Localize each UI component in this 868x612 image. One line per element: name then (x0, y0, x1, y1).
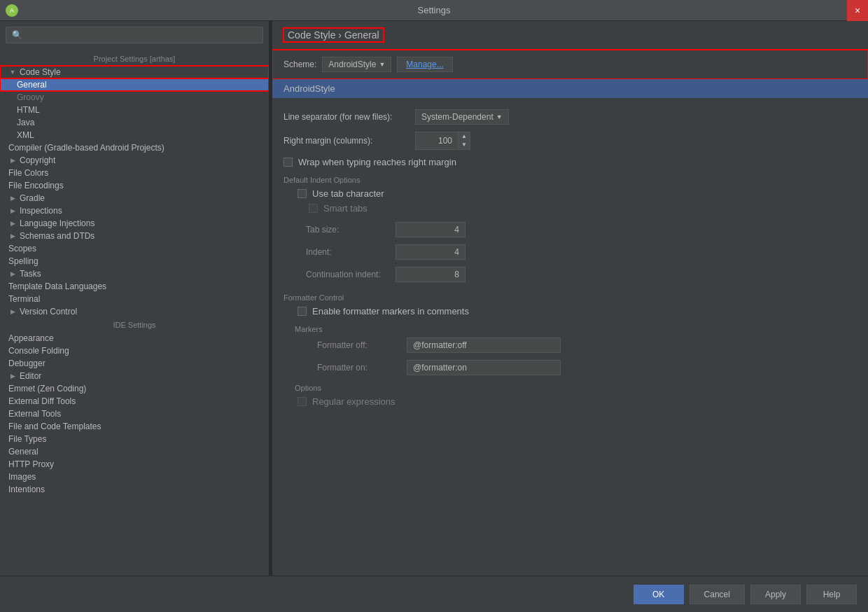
sidebar-item-debugger[interactable]: Debugger (0, 357, 269, 370)
help-button[interactable]: Help (806, 585, 857, 604)
sidebar-item-label: Copyright (20, 155, 55, 165)
sidebar-item-java[interactable]: Java (0, 116, 269, 129)
panel-title-text: Code Style › General (288, 29, 379, 41)
expand-arrow: ▼ (8, 68, 17, 76)
enable-formatter-checkbox[interactable] (298, 307, 307, 316)
sidebar-item-label: Gradle (20, 193, 45, 203)
expand-arrow-gradle: ▶ (8, 194, 17, 202)
sidebar-item-label: Compiler (Gradle-based Android Projects) (8, 143, 164, 153)
scheme-value: AndroidStyle (328, 60, 376, 69)
sidebar-item-label: Inspections (20, 206, 62, 216)
expand-arrow-editor: ▶ (8, 372, 17, 380)
project-settings-header: Project Settings [arthas] (0, 52, 269, 66)
app-logo: A (6, 4, 18, 17)
sidebar-item-emmet[interactable]: Emmet (Zen Coding) (0, 382, 269, 395)
sidebar-item-groovy[interactable]: Groovy (0, 91, 269, 104)
regular-expressions-row: Regular expressions (298, 396, 857, 407)
use-tab-checkbox[interactable] (298, 189, 307, 198)
ide-settings-header: IDE Settings (0, 318, 269, 332)
tab-size-input[interactable] (396, 222, 465, 237)
close-button[interactable]: × (847, 0, 868, 21)
sidebar-item-copyright[interactable]: ▶ Copyright (0, 154, 269, 167)
wrap-label: Wrap when typing reaches right margin (298, 157, 456, 167)
sidebar-item-general[interactable]: General (0, 78, 269, 91)
sidebar-item-file-colors[interactable]: File Colors (0, 167, 269, 179)
sidebar-item-label: XML (17, 130, 34, 140)
sidebar-item-label: Version Control (20, 307, 77, 317)
sidebar-item-label: Debugger (8, 359, 46, 368)
line-separator-dropdown[interactable]: System-Dependent ▼ (415, 109, 509, 125)
sidebar-item-intentions[interactable]: Intentions (0, 483, 269, 496)
sidebar-item-spelling[interactable]: Spelling (0, 255, 269, 267)
sidebar-item-external-tools[interactable]: External Tools (0, 408, 269, 420)
sidebar-item-terminal[interactable]: Terminal (0, 293, 269, 305)
sidebar-item-code-style[interactable]: ▼ Code Style (0, 66, 269, 78)
continuation-indent-row: Continuation indent: (295, 267, 857, 282)
sidebar-item-label: Terminal (8, 294, 40, 304)
sidebar-item-schemas-dtds[interactable]: ▶ Schemas and DTDs (0, 230, 269, 242)
tab-size-label: Tab size: (306, 225, 390, 235)
wrap-checkbox[interactable] (284, 158, 293, 167)
left-panel: Project Settings [arthas] ▼ Code Style G… (0, 21, 270, 576)
sidebar-item-appearance[interactable]: Appearance (0, 332, 269, 345)
continuation-indent-input[interactable] (396, 267, 465, 282)
regular-expressions-checkbox[interactable] (298, 397, 307, 406)
sidebar-item-label: HTTP Proxy (8, 459, 54, 469)
smart-tabs-checkbox[interactable] (309, 204, 318, 213)
title-bar: A Settings × (0, 0, 868, 21)
enable-formatter-row: Enable formatter markers in comments (298, 306, 857, 317)
sidebar-item-general-ide[interactable]: General (0, 445, 269, 458)
sidebar-item-label: Emmet (Zen Coding) (8, 384, 86, 394)
spinner-down[interactable]: ▼ (458, 141, 470, 149)
indent-input[interactable] (396, 244, 465, 260)
right-margin-spinner[interactable]: ▲ ▼ (415, 132, 470, 150)
sidebar-item-console-folding[interactable]: Console Folding (0, 345, 269, 357)
cancel-button[interactable]: Cancel (690, 585, 745, 604)
android-style-bar: AndroidStyle (272, 79, 868, 98)
right-margin-input[interactable] (416, 134, 458, 148)
sidebar-item-version-control[interactable]: ▶ Version Control (0, 305, 269, 318)
sidebar-item-template-data-languages[interactable]: Template Data Languages (0, 280, 269, 293)
sidebar-item-file-encodings[interactable]: File Encodings (0, 179, 269, 192)
ok-button[interactable]: OK (634, 585, 684, 604)
sidebar-item-label: Console Folding (8, 346, 69, 356)
sidebar-item-language-injections[interactable]: ▶ Language Injections (0, 217, 269, 230)
sidebar-item-editor[interactable]: ▶ Editor (0, 370, 269, 382)
expand-arrow-tasks: ▶ (8, 270, 17, 278)
default-indent-title: Default Indent Options (284, 176, 857, 184)
search-input[interactable] (6, 27, 263, 43)
apply-button[interactable]: Apply (750, 585, 801, 604)
scheme-bar: Scheme: AndroidStyle ▼ Manage... (272, 50, 868, 79)
sidebar-item-http-proxy[interactable]: HTTP Proxy (0, 458, 269, 471)
indent-label: Indent: (306, 247, 390, 257)
formatter-off-input[interactable] (407, 338, 561, 353)
line-separator-value: System-Dependent (421, 112, 493, 122)
sidebar-item-compiler[interactable]: Compiler (Gradle-based Android Projects) (0, 141, 269, 154)
scheme-label: Scheme: (284, 60, 316, 69)
sidebar-item-label: Template Data Languages (8, 281, 106, 291)
manage-button[interactable]: Manage... (397, 57, 452, 72)
expand-arrow-copyright: ▶ (8, 156, 17, 165)
sidebar-item-label: Tasks (20, 269, 41, 279)
continuation-indent-label: Continuation indent: (306, 270, 390, 279)
sidebar-item-external-diff-tools[interactable]: External Diff Tools (0, 395, 269, 408)
sidebar-item-file-types[interactable]: File Types (0, 433, 269, 445)
sidebar-item-file-code-templates[interactable]: File and Code Templates (0, 420, 269, 433)
sidebar-item-label: File Encodings (8, 181, 64, 190)
sidebar-item-inspections[interactable]: ▶ Inspections (0, 204, 269, 217)
spinner-up[interactable]: ▲ (458, 132, 470, 141)
sidebar-item-xml[interactable]: XML (0, 129, 269, 141)
sidebar-item-gradle[interactable]: ▶ Gradle (0, 192, 269, 204)
sidebar-item-html[interactable]: HTML (0, 104, 269, 116)
sidebar-item-tasks[interactable]: ▶ Tasks (0, 267, 269, 280)
sidebar-item-label: HTML (17, 105, 40, 115)
scheme-dropdown[interactable]: AndroidStyle ▼ (322, 57, 391, 72)
sidebar-item-label: Schemas and DTDs (20, 231, 94, 241)
sidebar-item-label: General (17, 80, 47, 90)
sidebar-item-scopes[interactable]: Scopes (0, 242, 269, 255)
sidebar-item-label: File Colors (8, 168, 48, 178)
sidebar-item-images[interactable]: Images (0, 471, 269, 483)
sidebar-item-label: Code Style (20, 67, 61, 77)
markers-title: Markers (295, 325, 857, 333)
formatter-on-input[interactable] (407, 360, 561, 375)
